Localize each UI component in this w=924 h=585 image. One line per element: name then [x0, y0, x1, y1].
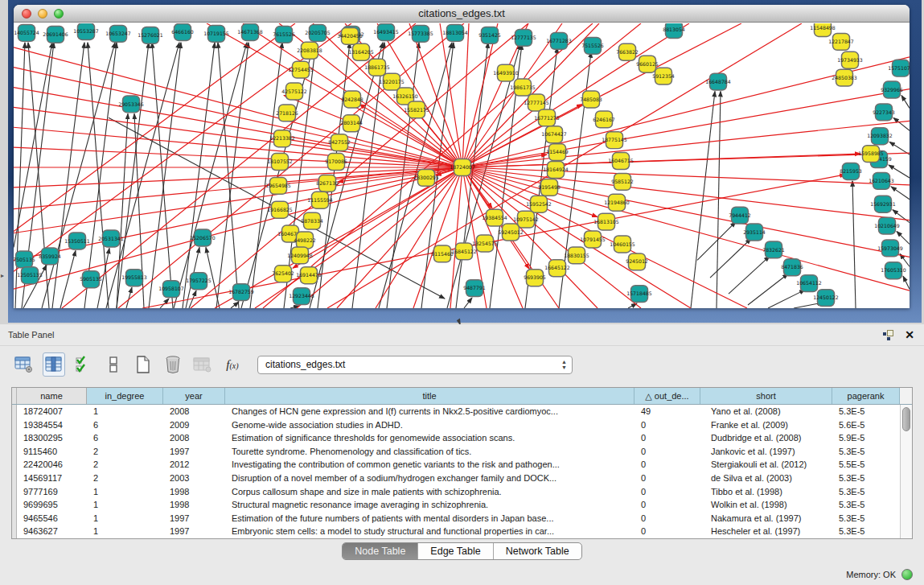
graph-node[interactable]: [301, 267, 318, 284]
graph-node[interactable]: [498, 64, 515, 81]
table-row[interactable]: 1830029562008Estimation of significance …: [12, 431, 900, 445]
graph-node[interactable]: [885, 262, 902, 279]
graph-node[interactable]: [344, 91, 361, 108]
graph-node[interactable]: [585, 37, 602, 54]
graph-node[interactable]: [233, 284, 250, 301]
graph-node[interactable]: [18, 24, 35, 41]
graph-node[interactable]: [875, 196, 892, 212]
graph-node[interactable]: [766, 241, 782, 258]
graph-node[interactable]: [527, 270, 544, 286]
graph-node[interactable]: [801, 275, 818, 292]
graph-node[interactable]: [710, 73, 727, 90]
graph-node[interactable]: [873, 172, 890, 189]
graph-node[interactable]: [272, 201, 289, 218]
graph-node[interactable]: [103, 230, 120, 247]
column-header-in-degree[interactable]: in_degree: [87, 388, 163, 404]
graph-node[interactable]: [22, 267, 39, 284]
graph-node[interactable]: [175, 23, 191, 40]
graph-node[interactable]: [833, 33, 850, 50]
close-icon[interactable]: ✕: [905, 330, 914, 340]
panel-collapse-arrow[interactable]: ▸: [1, 272, 4, 279]
graph-node[interactable]: [343, 115, 360, 132]
graph-node[interactable]: [242, 23, 259, 40]
graph-node[interactable]: [882, 240, 899, 257]
table-selector-dropdown[interactable]: citations_edges.txt ▲▼: [257, 356, 573, 374]
graph-node[interactable]: [863, 146, 880, 163]
table-row[interactable]: 2242004622012Investigating the contribut…: [12, 458, 900, 472]
graph-node[interactable]: [876, 104, 893, 121]
graph-node[interactable]: [531, 196, 548, 212]
graph-node[interactable]: [331, 134, 348, 151]
graph-node[interactable]: [69, 233, 86, 249]
graph-node[interactable]: [312, 192, 329, 208]
graph-node[interactable]: [546, 126, 563, 143]
show-columns-icon[interactable]: [43, 352, 65, 377]
graph-node[interactable]: [286, 83, 303, 100]
graph-node[interactable]: [746, 224, 763, 241]
vertical-scrollbar[interactable]: [900, 405, 912, 538]
graph-node[interactable]: [319, 175, 336, 192]
graph-node[interactable]: [487, 209, 503, 226]
graph-node[interactable]: [279, 105, 296, 122]
graph-node[interactable]: [304, 212, 321, 229]
graph-node[interactable]: [83, 271, 100, 288]
graph-node[interactable]: [270, 177, 287, 194]
table-row[interactable]: 1938455462009Genome-wide association stu…: [12, 418, 900, 432]
graph-node[interactable]: [639, 56, 656, 72]
column-header-short[interactable]: short: [700, 388, 832, 404]
graph-node[interactable]: [528, 94, 545, 111]
graph-node[interactable]: [879, 217, 896, 234]
graph-node[interactable]: [275, 266, 292, 282]
graph-node[interactable]: [466, 280, 483, 297]
graph-node[interactable]: [302, 42, 318, 59]
graph-node[interactable]: [272, 154, 289, 171]
graph-node[interactable]: [353, 43, 370, 60]
network-canvas[interactable]: 1405572420691406105532871065324715276021…: [14, 23, 910, 308]
graph-node[interactable]: [609, 194, 626, 211]
graph-node[interactable]: [884, 81, 901, 98]
column-header-out-degree[interactable]: △ out_de...: [634, 388, 700, 404]
graph-node[interactable]: [447, 24, 464, 41]
graph-node[interactable]: [655, 68, 672, 84]
graph-node[interactable]: [369, 59, 386, 76]
column-header-name[interactable]: name: [17, 388, 87, 404]
table-row[interactable]: 1872400712008Changes of HCN gene express…: [12, 405, 900, 418]
graph-node[interactable]: [293, 61, 310, 78]
graph-node[interactable]: [548, 162, 565, 179]
graph-node[interactable]: [614, 236, 631, 253]
float-window-icon[interactable]: [883, 330, 893, 340]
graph-node[interactable]: [843, 163, 860, 180]
graph-node[interactable]: [294, 288, 310, 305]
graph-node[interactable]: [110, 25, 127, 42]
graph-node[interactable]: [583, 91, 600, 108]
table-row[interactable]: 946362711997Embryonic stem cells: a mode…: [12, 525, 900, 538]
graph-node[interactable]: [666, 23, 683, 38]
graph-node[interactable]: [310, 24, 326, 41]
select-all-icon[interactable]: [72, 352, 95, 377]
graph-node[interactable]: [208, 25, 225, 42]
scrollbar-thumb[interactable]: [902, 407, 910, 431]
graph-node[interactable]: [328, 154, 345, 171]
graph-node[interactable]: [418, 169, 435, 186]
network-window-titlebar[interactable]: citations_edges.txt: [14, 5, 910, 23]
graph-node[interactable]: [606, 132, 623, 149]
graph-node[interactable]: [297, 232, 314, 249]
graph-node[interactable]: [893, 60, 910, 76]
table-row[interactable]: 969969511998Structural magnetic resonanc…: [12, 498, 900, 512]
graph-node[interactable]: [42, 248, 59, 265]
graph-node[interactable]: [539, 109, 556, 126]
table-mode-icon[interactable]: [13, 352, 35, 377]
graph-node[interactable]: [515, 29, 532, 46]
graph-node[interactable]: [872, 128, 889, 145]
tab-node-table[interactable]: Node Table: [343, 543, 418, 559]
memory-status-icon[interactable]: [901, 569, 913, 580]
graph-node[interactable]: [434, 245, 451, 262]
delete-columns-icon[interactable]: [162, 352, 184, 377]
column-header-year[interactable]: year: [163, 388, 225, 404]
graph-node[interactable]: [409, 101, 425, 118]
graph-node[interactable]: [503, 224, 519, 241]
graph-node[interactable]: [551, 32, 568, 49]
graph-node[interactable]: [454, 159, 471, 176]
graph-node[interactable]: [384, 73, 400, 90]
graph-node[interactable]: [78, 23, 95, 39]
